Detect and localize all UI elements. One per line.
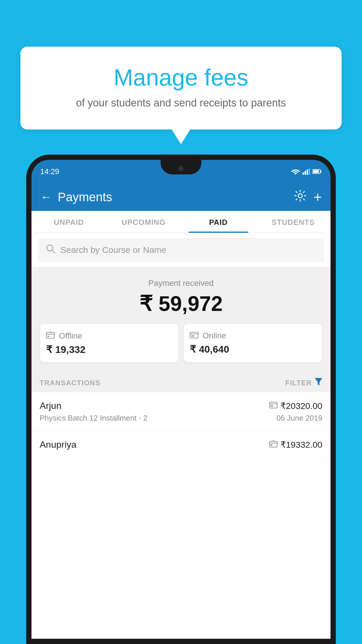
header-right: + — [294, 189, 322, 205]
svg-rect-3 — [309, 168, 310, 175]
svg-line-9 — [52, 250, 55, 253]
search-container: Search by Course or Name — [31, 233, 331, 267]
settings-icon[interactable] — [294, 190, 306, 205]
svg-rect-12 — [190, 332, 198, 338]
online-icon — [190, 331, 198, 340]
camera — [178, 165, 184, 172]
svg-marker-14 — [315, 378, 322, 386]
offline-label: Offline — [59, 331, 82, 341]
svg-rect-2 — [307, 169, 308, 175]
table-row[interactable]: Arjun ₹20320.00 — [31, 392, 331, 431]
tabs-container: UNPAID UPCOMING PAID STUDENTS — [31, 211, 331, 233]
page-title: Payments — [58, 190, 112, 204]
header-left: ← Payments — [40, 190, 112, 204]
transaction-row-top: Arjun ₹20320.00 — [40, 400, 322, 411]
transactions-list: Arjun ₹20320.00 — [31, 392, 331, 639]
svg-rect-10 — [46, 332, 55, 338]
transaction-amount: ₹19332.00 — [280, 440, 322, 450]
transaction-amount: ₹20320.00 — [280, 401, 322, 411]
transaction-name: Arjun — [40, 400, 61, 411]
back-button[interactable]: ← — [40, 190, 52, 204]
online-label: Online — [203, 331, 226, 340]
offline-amount: ₹ 19,332 — [46, 344, 172, 355]
tab-paid[interactable]: PAID — [181, 211, 256, 233]
tab-students[interactable]: STUDENTS — [256, 211, 331, 233]
status-bar: 14:29 — [31, 160, 331, 183]
svg-rect-0 — [303, 172, 304, 175]
battery-icon — [312, 169, 322, 174]
transaction-course: Physics Batch 12 Installment - 2 — [40, 414, 147, 423]
offline-payment-icon — [269, 440, 277, 449]
payment-received-label: Payment received — [40, 279, 322, 288]
speech-bubble-container: Manage fees of your students and send re… — [20, 47, 342, 130]
payment-cards: Offline ₹ 19,332 — [40, 324, 322, 362]
svg-rect-15 — [270, 402, 277, 408]
filter-icon — [315, 378, 322, 388]
svg-rect-18 — [270, 444, 272, 446]
search-icon — [46, 244, 56, 256]
online-payment-card: Online ₹ 40,640 — [184, 324, 322, 362]
search-bar[interactable]: Search by Course or Name — [38, 238, 324, 262]
speech-bubble: Manage fees of your students and send re… — [20, 47, 342, 130]
search-input[interactable]: Search by Course or Name — [60, 245, 166, 255]
transactions-label: TRANSACTIONS — [40, 379, 101, 387]
transaction-amount-container: ₹19332.00 — [269, 440, 322, 450]
payment-total-amount: ₹ 59,972 — [40, 291, 322, 316]
svg-rect-16 — [270, 405, 273, 407]
filter-container[interactable]: FILTER — [285, 378, 322, 388]
bubble-subtitle: of your students and send receipts to pa… — [41, 97, 321, 109]
transaction-row-bottom: Physics Batch 12 Installment - 2 06 June… — [40, 414, 322, 423]
transaction-row-top: Anupriya ₹19332.00 — [40, 439, 322, 450]
wifi-icon — [291, 168, 300, 175]
offline-payment-card: Offline ₹ 19,332 — [40, 324, 178, 362]
offline-card-header: Offline — [46, 331, 172, 341]
status-icons — [291, 168, 322, 175]
svg-rect-17 — [270, 441, 277, 447]
signal-icon — [303, 168, 310, 175]
transaction-name: Anupriya — [40, 439, 76, 450]
payment-summary: Payment received ₹ 59,972 — [31, 267, 331, 371]
transaction-date: 06 June 2019 — [276, 414, 322, 423]
table-row[interactable]: Anupriya ₹19332.00 — [31, 431, 331, 461]
status-time: 14:29 — [40, 167, 59, 176]
transactions-header: TRANSACTIONS FILTER — [31, 371, 331, 392]
notch — [161, 160, 201, 174]
offline-icon — [46, 331, 55, 341]
svg-rect-5 — [320, 171, 321, 172]
phone-mockup: 14:29 — [26, 155, 336, 644]
phone-outer: 14:29 — [26, 155, 336, 644]
app-header: ← Payments + — [31, 183, 331, 211]
online-card-header: Online — [190, 331, 316, 340]
svg-rect-13 — [191, 335, 194, 337]
tab-unpaid[interactable]: UNPAID — [31, 211, 106, 233]
svg-rect-11 — [48, 336, 49, 337]
transaction-amount-container: ₹20320.00 — [269, 401, 322, 411]
tab-upcoming[interactable]: UPCOMING — [106, 211, 181, 233]
online-payment-icon — [269, 401, 277, 410]
bubble-title: Manage fees — [41, 64, 321, 91]
filter-label: FILTER — [285, 379, 312, 387]
svg-point-7 — [298, 194, 302, 198]
add-button[interactable]: + — [314, 189, 322, 205]
online-amount: ₹ 40,640 — [190, 343, 316, 355]
svg-rect-6 — [313, 170, 319, 173]
app-screen: ← Payments + UNPAID — [31, 183, 331, 639]
svg-rect-1 — [305, 171, 306, 175]
